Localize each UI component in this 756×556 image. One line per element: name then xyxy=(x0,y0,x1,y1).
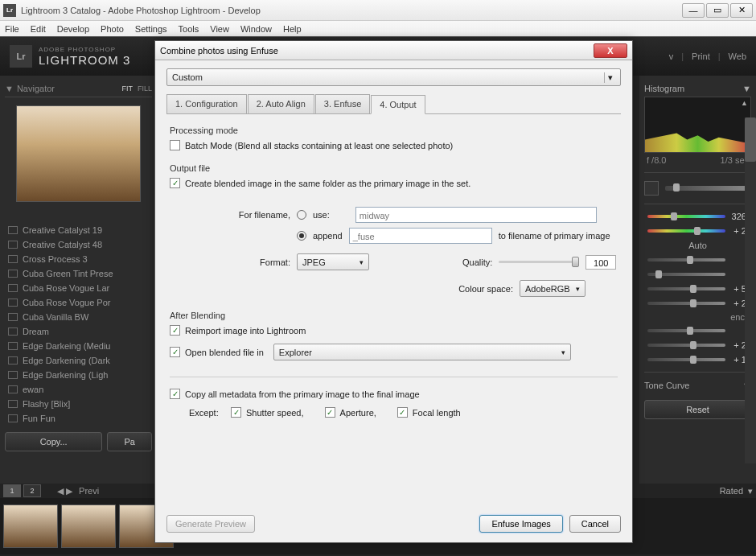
preset-item[interactable]: Edge Darkening (Dark xyxy=(5,353,152,368)
histogram-header[interactable]: Histogram▼ xyxy=(644,80,751,97)
preset-item[interactable]: Cuba Green Tint Prese xyxy=(5,266,152,281)
chevron-down-icon: ▾ xyxy=(360,258,364,266)
quality-label: Quality: xyxy=(462,257,492,267)
module-web[interactable]: Web xyxy=(729,51,746,61)
chevron-down-icon: ▾ xyxy=(561,348,565,356)
preset-item[interactable]: Edge Darkening (Ligh xyxy=(5,368,152,382)
tab-enfuse[interactable]: 3. Enfuse xyxy=(315,94,370,113)
preset-item[interactable]: Cross Process 3 xyxy=(5,252,152,266)
except-focal-checkbox[interactable]: ✓ xyxy=(397,407,408,418)
format-label: Format: xyxy=(234,257,290,267)
navigator-header[interactable]: ▼ Navigator FIT FILL xyxy=(5,80,152,97)
fill-toggle[interactable]: FILL xyxy=(138,84,152,93)
paste-button[interactable]: Pa xyxy=(107,432,152,451)
window-title: Lightroom 3 Catalog - Adobe Photoshop Li… xyxy=(21,6,261,15)
filter-rated[interactable]: Rated xyxy=(720,486,743,496)
module-develop[interactable]: v xyxy=(669,51,674,61)
module-picker: v| Print| Web xyxy=(669,51,746,61)
module-print[interactable]: Print xyxy=(692,51,710,61)
menu-bar: File Edit Develop Photo Settings Tools V… xyxy=(0,21,756,37)
group-output-file: Output file xyxy=(170,163,618,173)
menu-view[interactable]: View xyxy=(210,24,229,34)
display-2[interactable]: 2 xyxy=(23,484,41,497)
minimize-button[interactable]: — xyxy=(682,3,705,18)
menu-tools[interactable]: Tools xyxy=(179,24,199,34)
tab-bar: 1. Configuration 2. Auto Align 3. Enfuse… xyxy=(166,94,621,113)
menu-window[interactable]: Window xyxy=(240,24,272,34)
batch-mode-label: Batch Mode (Blend all stacks containing … xyxy=(185,141,453,150)
preset-item[interactable]: Flashy [Blix] xyxy=(5,397,152,411)
preset-list: Creative Catalyst 19 Creative Catalyst 4… xyxy=(5,223,152,426)
preset-item[interactable]: Cuba Rose Vogue Lar xyxy=(5,281,152,295)
copy-metadata-checkbox[interactable]: ✓ xyxy=(170,389,180,399)
preset-item[interactable]: Cuba Rose Vogue Por xyxy=(5,295,152,310)
use-filename-input[interactable]: midway xyxy=(355,207,597,223)
same-folder-label: Create blended image in the same folder … xyxy=(185,179,470,188)
display-1[interactable]: 1 xyxy=(3,484,21,497)
filmstrip-thumb[interactable] xyxy=(61,505,116,548)
window-titlebar: Lr Lightroom 3 Catalog - Adobe Photoshop… xyxy=(0,0,756,21)
open-file-checkbox[interactable]: ✓ xyxy=(170,347,180,357)
histogram-display[interactable]: ▲ xyxy=(644,97,751,153)
reset-button[interactable]: Reset xyxy=(644,400,751,419)
tab-output[interactable]: 4. Output xyxy=(371,95,425,114)
group-processing-mode: Processing mode xyxy=(170,126,618,135)
preset-item[interactable]: Cuba Vanilla BW xyxy=(5,310,152,324)
menu-edit[interactable]: Edit xyxy=(31,24,46,34)
close-button[interactable]: ✕ xyxy=(730,3,753,18)
open-file-label: Open blended file in xyxy=(185,348,264,357)
menu-photo[interactable]: Photo xyxy=(101,24,124,34)
dialog-title: Combine photos using Enfuse xyxy=(160,46,278,56)
quality-value[interactable]: 100 xyxy=(585,255,616,270)
right-scrollbar[interactable] xyxy=(745,117,756,463)
open-in-select[interactable]: Explorer▾ xyxy=(273,344,571,360)
append-radio[interactable] xyxy=(297,231,306,241)
cancel-button[interactable]: Cancel xyxy=(569,515,621,533)
crop-tool-icon[interactable] xyxy=(644,181,659,196)
preset-item[interactable]: Edge Darkeing (Mediu xyxy=(5,339,152,353)
preset-item[interactable]: Creative Catalyst 48 xyxy=(5,237,152,252)
menu-help[interactable]: Help xyxy=(283,24,302,34)
append-input[interactable]: _fuse xyxy=(349,228,492,244)
preset-item[interactable]: ewan xyxy=(5,382,152,397)
navigator-preview[interactable] xyxy=(16,105,141,202)
menu-settings[interactable]: Settings xyxy=(135,24,167,34)
presence-label: ence xyxy=(644,311,751,323)
except-aperture-checkbox[interactable]: ✓ xyxy=(325,407,335,418)
generate-preview-button[interactable]: Generate Preview xyxy=(166,515,255,533)
filmstrip-thumb[interactable] xyxy=(3,505,58,548)
colorspace-select[interactable]: AdobeRGB▾ xyxy=(520,280,585,297)
maximize-button[interactable]: ▭ xyxy=(706,3,729,18)
preset-item[interactable]: Fun Fun xyxy=(5,411,152,426)
same-folder-checkbox[interactable]: ✓ xyxy=(170,178,180,188)
format-select[interactable]: JPEG▾ xyxy=(297,253,369,270)
auto-button[interactable]: Auto xyxy=(644,238,751,253)
reimport-checkbox[interactable]: ✓ xyxy=(170,325,180,336)
group-after-blending: After Blending xyxy=(170,311,618,320)
tonecurve-header[interactable]: Tone Curve▼ xyxy=(644,377,751,393)
chevron-down-icon: ▾ xyxy=(576,285,580,293)
tab-autoalign[interactable]: 2. Auto Align xyxy=(248,94,314,113)
preset-item[interactable]: Dream xyxy=(5,324,152,339)
dialog-titlebar: Combine photos using Enfuse X xyxy=(155,41,632,60)
except-aperture-label: Aperture, xyxy=(340,408,376,418)
menu-file[interactable]: File xyxy=(5,24,19,34)
copy-button[interactable]: Copy... xyxy=(5,432,102,451)
batch-mode-checkbox[interactable] xyxy=(170,140,180,150)
except-shutter-checkbox[interactable]: ✓ xyxy=(231,407,241,418)
triangle-icon: ▼ xyxy=(5,84,14,93)
tab-configuration[interactable]: 1. Configuration xyxy=(166,94,247,113)
except-focal-label: Focal length xyxy=(413,408,461,418)
use-radio[interactable] xyxy=(297,210,306,220)
preset-dropdown[interactable]: Custom▾ xyxy=(166,68,621,86)
append-suffix-label: to filename of primary image xyxy=(499,231,610,241)
preset-item[interactable]: Creative Catalyst 19 xyxy=(5,223,152,237)
fit-toggle[interactable]: FIT xyxy=(121,84,133,93)
except-label: Except: xyxy=(189,408,226,418)
quality-slider[interactable] xyxy=(499,261,579,263)
menu-develop[interactable]: Develop xyxy=(57,24,89,34)
dialog-close-button[interactable]: X xyxy=(594,43,627,58)
chevron-down-icon: ▾ xyxy=(604,72,615,83)
copy-metadata-label: Copy all metadata from the primary image… xyxy=(185,389,420,399)
enfuse-images-button[interactable]: Enfuse Images xyxy=(479,515,562,533)
